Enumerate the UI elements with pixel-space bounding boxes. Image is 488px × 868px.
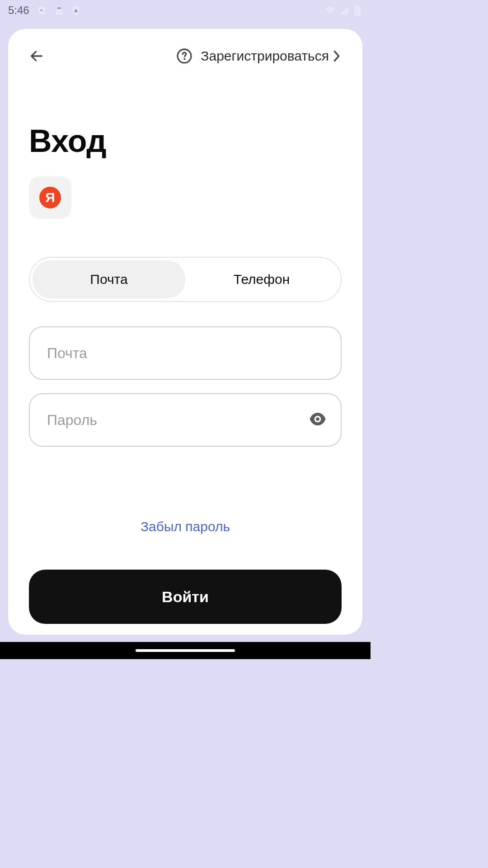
password-field-wrapper[interactable] <box>29 393 342 447</box>
back-button[interactable] <box>29 48 44 64</box>
auth-method-segmented-control: Почта Телефон <box>29 257 342 302</box>
register-link[interactable]: Зарегистрироваться <box>201 48 342 64</box>
svg-rect-2 <box>60 7 61 9</box>
page-title: Вход <box>29 123 342 159</box>
help-circle-icon <box>176 48 192 64</box>
email-field-wrapper[interactable] <box>29 326 342 380</box>
eye-icon <box>308 410 327 429</box>
svg-rect-6 <box>354 6 361 16</box>
status-time: 5:46 <box>8 4 29 17</box>
toggle-password-visibility-button[interactable] <box>308 410 327 430</box>
shield-icon <box>37 5 47 15</box>
svg-rect-1 <box>59 7 60 9</box>
yandex-logo-icon: Я <box>39 187 61 208</box>
login-card: Зарегистрироваться Вход Я Почта Телефон … <box>8 29 362 635</box>
arrow-left-icon <box>29 48 44 64</box>
forgot-password-label: Забыл пароль <box>141 519 230 534</box>
wifi-icon <box>325 5 335 15</box>
tab-phone-label: Телефон <box>234 272 290 287</box>
forgot-password-link[interactable]: Забыл пароль <box>29 519 342 534</box>
email-field[interactable] <box>47 345 324 362</box>
svg-point-8 <box>184 58 186 60</box>
tab-email-label: Почта <box>90 272 127 287</box>
login-button-label: Войти <box>162 588 209 606</box>
svg-point-10 <box>316 417 319 421</box>
password-field[interactable] <box>47 412 324 429</box>
svg-rect-5 <box>356 5 359 6</box>
help-button[interactable] <box>176 48 192 64</box>
tab-phone[interactable]: Телефон <box>185 260 338 298</box>
system-nav-bar <box>0 642 371 659</box>
sd-card-icon <box>54 5 64 15</box>
tab-email[interactable]: Почта <box>33 260 185 298</box>
document-icon <box>71 5 81 15</box>
svg-rect-0 <box>57 7 58 9</box>
register-label: Зарегистрироваться <box>201 48 329 64</box>
cellular-icon <box>339 5 349 15</box>
battery-icon <box>352 5 362 15</box>
app-badge[interactable]: Я <box>29 176 71 219</box>
login-button[interactable]: Войти <box>29 570 342 624</box>
card-topbar: Зарегистрироваться <box>29 43 342 69</box>
chevron-right-icon <box>332 50 342 62</box>
status-bar: 5:46 <box>0 0 371 21</box>
svg-rect-4 <box>75 11 77 12</box>
gesture-handle[interactable] <box>136 649 235 652</box>
